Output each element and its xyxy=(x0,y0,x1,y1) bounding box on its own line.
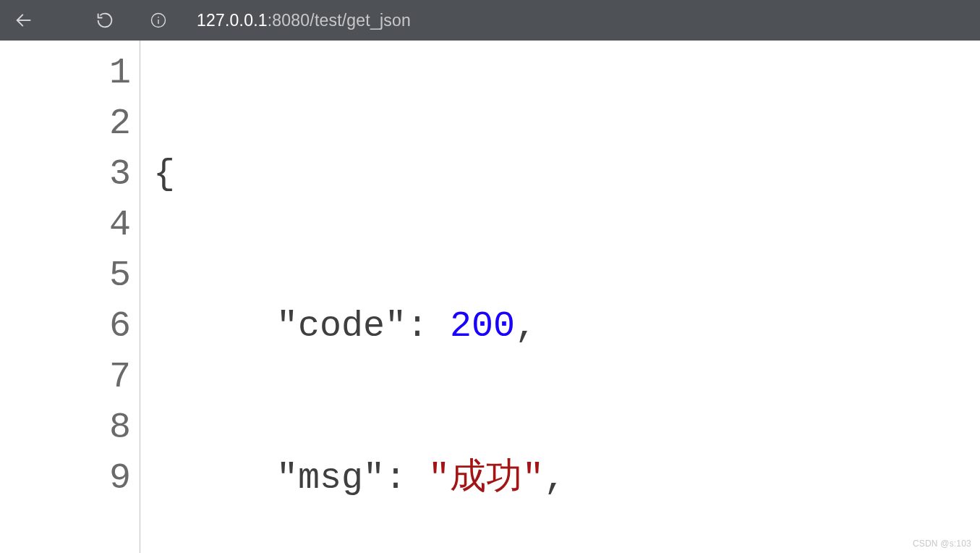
line-number: 3 xyxy=(0,149,131,200)
line-number: 1 xyxy=(0,48,131,98)
code-body: { "code": 200, "msg": "成功", "data": { "d… xyxy=(140,41,980,553)
back-button[interactable] xyxy=(10,7,38,34)
watermark: CSDN @s:103 xyxy=(913,539,971,549)
code-line: "msg": "成功", xyxy=(153,453,980,504)
line-number: 8 xyxy=(0,402,131,453)
line-number: 6 xyxy=(0,301,131,352)
reload-icon xyxy=(95,10,115,30)
json-key-msg: "msg" xyxy=(276,453,385,504)
code-line: { xyxy=(153,149,980,200)
info-icon xyxy=(150,12,167,29)
json-viewer: 1 2 3 4 5 6 7 8 9 { "code": 200, "msg": … xyxy=(0,41,980,553)
reload-button[interactable] xyxy=(91,7,119,34)
line-number: 5 xyxy=(0,250,131,301)
line-number-gutter: 1 2 3 4 5 6 7 8 9 xyxy=(0,41,140,553)
site-info-button[interactable] xyxy=(148,9,169,31)
url-path: :8080/test/get_json xyxy=(268,11,411,30)
json-key-code: "code" xyxy=(276,301,406,352)
svg-point-2 xyxy=(158,17,159,18)
line-number: 7 xyxy=(0,352,131,402)
json-value-code: 200 xyxy=(450,301,515,352)
address-bar[interactable]: 127.0.0.1:8080/test/get_json xyxy=(197,11,970,30)
line-number: 2 xyxy=(0,98,131,149)
code-line: "code": 200, xyxy=(153,301,980,352)
json-value-msg: "成功" xyxy=(428,453,544,504)
line-number: 9 xyxy=(0,453,131,504)
browser-toolbar: 127.0.0.1:8080/test/get_json xyxy=(0,0,980,41)
arrow-left-icon xyxy=(14,10,34,30)
url-host: 127.0.0.1 xyxy=(197,11,268,30)
line-number: 4 xyxy=(0,200,131,250)
brace-open: { xyxy=(153,149,175,200)
